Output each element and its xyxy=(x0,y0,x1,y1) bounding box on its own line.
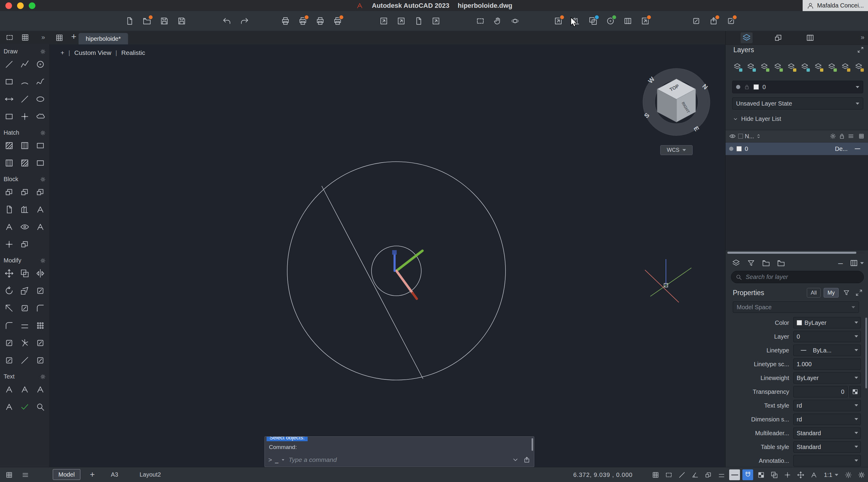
layer-isolate-button[interactable] xyxy=(773,61,783,72)
command-input[interactable] xyxy=(288,456,509,464)
render-button[interactable] xyxy=(639,14,652,28)
command-expand-icon[interactable] xyxy=(512,456,519,463)
polar-tracking-toggle[interactable] xyxy=(690,470,701,480)
text-align-tool[interactable] xyxy=(2,400,16,414)
align-tool[interactable] xyxy=(34,353,48,367)
viewport-plus-button[interactable]: + xyxy=(61,49,64,56)
ellipse-tool[interactable] xyxy=(34,92,48,106)
sheet-set-button[interactable] xyxy=(621,14,634,28)
multiline-text-tool[interactable] xyxy=(2,383,16,396)
scale-tool[interactable] xyxy=(18,284,31,298)
save-as-button[interactable] xyxy=(175,14,188,28)
sort-icon[interactable] xyxy=(756,133,761,140)
palette-tab-layers[interactable] xyxy=(741,32,752,43)
move-tool[interactable] xyxy=(2,266,16,280)
import-button[interactable] xyxy=(377,14,391,28)
dwg-compare-button[interactable] xyxy=(586,14,600,28)
snap-mode-toggle[interactable] xyxy=(663,470,674,480)
copy-tool[interactable] xyxy=(18,266,31,280)
markup-import-button[interactable] xyxy=(604,14,617,28)
spline-tool[interactable] xyxy=(34,75,48,89)
ray-tool[interactable] xyxy=(18,92,31,106)
palette-tabs-overflow-button[interactable]: » xyxy=(861,34,864,41)
fillet-tool[interactable] xyxy=(34,301,48,315)
zoom-window-button[interactable] xyxy=(29,2,35,9)
update-block-tool[interactable] xyxy=(18,237,31,251)
solid-fill-tool[interactable] xyxy=(2,156,16,170)
dynamic-ucs-toggle[interactable] xyxy=(795,470,806,480)
arc-tool[interactable] xyxy=(18,75,31,89)
recent-commands-icon[interactable] xyxy=(282,459,284,461)
object-snap-toggle[interactable] xyxy=(742,470,753,480)
zoom-window-button[interactable] xyxy=(474,14,487,28)
polygon-tool[interactable] xyxy=(2,110,16,123)
properties-filter-my-button[interactable]: My xyxy=(824,288,839,298)
lineweight-column-header[interactable] xyxy=(847,133,854,140)
property-select-control[interactable]: ByLayer xyxy=(793,372,861,384)
selection-cycling-toggle[interactable] xyxy=(769,470,780,480)
layer-row-0[interactable]: 0De... xyxy=(725,143,868,155)
autodesk-access-button[interactable] xyxy=(724,14,738,28)
name-column-header[interactable]: N... xyxy=(738,133,827,140)
spell-check-tool[interactable] xyxy=(18,400,31,414)
page-setup-button[interactable] xyxy=(314,14,327,28)
property-select-control[interactable]: Standard xyxy=(793,441,861,453)
hatch-tool[interactable] xyxy=(2,139,16,152)
region-tool[interactable] xyxy=(34,156,48,170)
orbit-button[interactable] xyxy=(508,14,522,28)
etransmit-button[interactable] xyxy=(412,14,425,28)
text-style-tool[interactable] xyxy=(34,383,48,396)
isometric-drafting-toggle[interactable] xyxy=(703,470,714,480)
drawing-canvas[interactable]: + | Custom View | Realistic W N S E TOP … xyxy=(50,44,725,467)
palette-tab-blocks[interactable] xyxy=(772,32,784,43)
minimize-window-button[interactable] xyxy=(17,2,24,9)
layout-tab-a3[interactable]: A3 xyxy=(105,469,124,480)
circle-tool[interactable] xyxy=(34,57,48,71)
customization-gear-button[interactable] xyxy=(856,470,867,480)
palette-tab-tables[interactable] xyxy=(804,32,816,43)
mirror-tool[interactable] xyxy=(34,266,48,280)
lock-column-header[interactable] xyxy=(839,133,845,140)
property-select-control[interactable] xyxy=(793,455,861,466)
annotation-visibility-toggle[interactable] xyxy=(808,470,819,480)
customization-list-icon[interactable] xyxy=(20,470,31,480)
transparency-input[interactable]: 0 xyxy=(793,386,847,397)
new-drawing-tab-button[interactable]: + xyxy=(68,31,79,42)
layer-lock-button[interactable] xyxy=(840,61,850,72)
lineweight-display-toggle[interactable] xyxy=(729,470,740,480)
lengthen-tool[interactable] xyxy=(18,353,31,367)
create-block-tool[interactable] xyxy=(18,185,31,199)
viewport-visual-style[interactable]: Realistic xyxy=(121,49,145,56)
header-settings-icon[interactable] xyxy=(859,133,864,140)
visibility-column-header[interactable] xyxy=(729,133,736,140)
stretch-tool[interactable] xyxy=(34,284,48,298)
transparency-pattern-button[interactable] xyxy=(849,386,861,397)
property-select-control[interactable]: rd xyxy=(793,414,861,425)
model-tab[interactable]: Model xyxy=(53,469,80,480)
redo-button[interactable] xyxy=(238,14,251,28)
user-account-button[interactable]: Mafalda Concei... xyxy=(803,0,868,11)
define-attribute-tool[interactable] xyxy=(34,203,48,216)
section-settings-button[interactable] xyxy=(40,258,46,264)
panel-position-icon[interactable] xyxy=(857,47,864,53)
pan-button[interactable] xyxy=(491,14,504,28)
layer-match-button[interactable] xyxy=(746,61,756,72)
property-color-control[interactable]: ByLayer xyxy=(793,317,861,328)
plot-preview-button[interactable] xyxy=(296,14,309,28)
layer-list-area[interactable] xyxy=(725,155,868,250)
boundary-tool[interactable] xyxy=(34,139,48,152)
trim-tool[interactable] xyxy=(2,301,16,315)
set-base-point-tool[interactable] xyxy=(2,237,16,251)
annotation-scale-dropdown[interactable]: 1:1 xyxy=(822,470,841,480)
layout-tab-layout2[interactable]: Layout2 xyxy=(131,469,170,480)
properties-filter-all-button[interactable]: All xyxy=(807,288,820,298)
layer-state-dropdown[interactable]: Unsaved Layer State xyxy=(732,97,863,110)
3d-object-snap-toggle[interactable] xyxy=(782,470,793,480)
file-tab-hiperboloide[interactable]: hiperboloide* xyxy=(79,33,128,44)
write-block-tool[interactable] xyxy=(2,203,16,216)
share-view-button[interactable] xyxy=(707,14,720,28)
annotation-autoscale-toggle[interactable] xyxy=(843,470,854,480)
viewport-view-name[interactable]: Custom View xyxy=(74,49,111,56)
layer-unlock-button[interactable] xyxy=(854,61,864,72)
save-button[interactable] xyxy=(158,14,171,28)
